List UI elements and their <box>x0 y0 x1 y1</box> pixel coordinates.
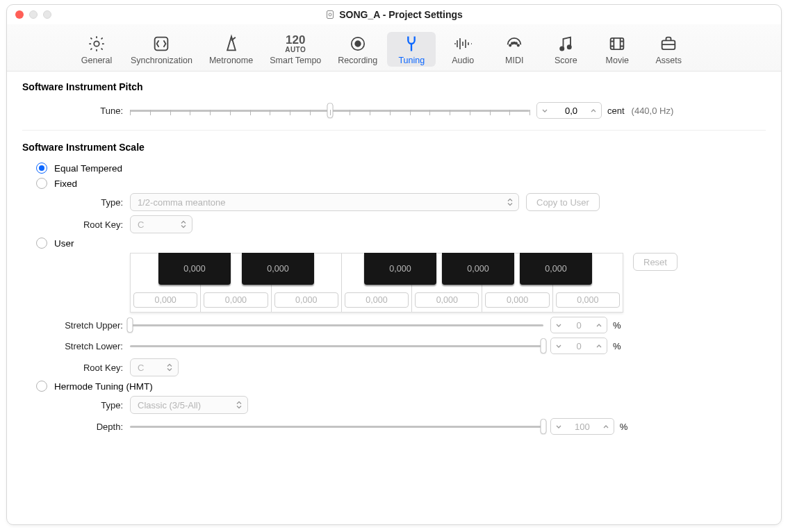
tab-score[interactable]: Score <box>541 32 590 67</box>
stretch-lower-stepper[interactable]: 0 <box>550 338 607 354</box>
stretch-upper-stepper[interactable]: 0 <box>550 317 607 333</box>
stretch-lower-slider[interactable] <box>130 338 543 354</box>
tab-tuning[interactable]: Tuning <box>387 32 436 67</box>
user-keyboard-row: 0,000 0,000 0,000 0,000 0,000 0,000 0,00… <box>22 253 766 313</box>
percent-label: % <box>613 320 621 331</box>
radio-icon <box>36 238 47 249</box>
radio-icon <box>36 178 47 189</box>
fixed-option[interactable]: Fixed <box>36 178 766 189</box>
tab-smart-tempo[interactable]: 120 AUTO Smart Tempo <box>263 32 328 67</box>
tab-midi[interactable]: MIDI <box>490 32 539 67</box>
hmt-type-row: Type: Classic (3/5-All) <box>22 396 766 414</box>
content-area: Software Instrument Pitch Tune: 0,0 cent… <box>7 72 781 524</box>
white-key-value[interactable]: 0,000 <box>345 292 409 308</box>
type-label: Type: <box>22 197 130 208</box>
white-key-value[interactable]: 0,000 <box>415 292 479 308</box>
black-key[interactable]: 0,000 <box>242 253 314 285</box>
tab-audio[interactable]: Audio <box>438 32 487 67</box>
minimize-button[interactable] <box>29 10 38 19</box>
svg-point-10 <box>516 42 517 44</box>
gear-icon <box>87 33 106 54</box>
chevron-updown-icon <box>167 364 172 372</box>
black-key[interactable]: 0,000 <box>364 253 436 285</box>
depth-slider[interactable] <box>130 419 543 434</box>
zoom-button[interactable] <box>43 10 51 19</box>
tab-label: Movie <box>606 56 629 65</box>
chevron-down-icon[interactable] <box>551 425 566 429</box>
metronome-icon <box>222 33 241 54</box>
tab-synchronization[interactable]: Synchronization <box>124 32 199 67</box>
chevron-updown-icon <box>181 221 186 228</box>
chevron-updown-icon <box>236 401 242 409</box>
tab-label: Smart Tempo <box>270 56 321 65</box>
tune-reference: (440,0 Hz) <box>632 106 674 116</box>
fixed-root-key-select[interactable]: C <box>130 215 192 233</box>
tune-slider[interactable] <box>130 103 530 118</box>
black-key[interactable]: 0,000 <box>442 253 514 285</box>
tab-movie[interactable]: Movie <box>593 32 641 67</box>
percent-label: % <box>620 422 628 432</box>
depth-value: 100 <box>566 422 598 432</box>
midi-icon <box>504 33 524 54</box>
fixed-type-select[interactable]: 1/2-comma meantone <box>130 193 519 211</box>
radio-label: Fixed <box>54 178 77 189</box>
tune-unit: cent <box>607 106 625 116</box>
chevron-down-icon[interactable] <box>537 109 552 113</box>
tab-recording[interactable]: Recording <box>331 32 384 67</box>
stretch-upper-label: Stretch Upper: <box>22 320 130 331</box>
white-key-value[interactable]: 0,000 <box>485 292 549 308</box>
root-key-label: Root Key: <box>22 363 130 373</box>
tab-label: Recording <box>338 56 377 65</box>
radio-label: Equal Tempered <box>54 163 122 174</box>
waveform-icon <box>452 33 473 54</box>
tab-assets[interactable]: Assets <box>644 32 693 67</box>
chevron-up-icon[interactable] <box>591 344 607 348</box>
svg-rect-13 <box>611 38 624 49</box>
chevron-up-icon[interactable] <box>598 425 614 429</box>
chevron-up-icon[interactable] <box>591 324 607 327</box>
black-key-value: 0,000 <box>545 264 566 274</box>
stretch-upper-row: Stretch Upper: 0 % <box>22 317 766 333</box>
titlebar: SONG_A - Project Settings <box>7 5 781 24</box>
equal-tempered-option[interactable]: Equal Tempered <box>36 163 766 174</box>
tab-label: Assets <box>656 56 682 65</box>
tune-label: Tune: <box>22 106 130 116</box>
black-key[interactable]: 0,000 <box>520 253 592 285</box>
fixed-type-row: Type: 1/2-comma meantone Copy to User <box>22 193 766 211</box>
svg-point-1 <box>329 13 331 16</box>
white-key-value[interactable]: 0,000 <box>556 292 620 308</box>
white-key-value[interactable]: 0,000 <box>274 292 338 308</box>
tab-label: Metronome <box>209 56 253 65</box>
svg-point-6 <box>509 44 511 46</box>
tab-metronome[interactable]: Metronome <box>202 32 260 67</box>
tab-label: Score <box>555 56 577 65</box>
black-key-value: 0,000 <box>267 264 288 274</box>
svg-point-2 <box>94 41 99 46</box>
reset-button[interactable]: Reset <box>633 253 678 271</box>
scale-section-title: Software Instrument Scale <box>22 142 766 153</box>
radio-label: Hermode Tuning (HMT) <box>54 381 153 392</box>
black-key[interactable]: 0,000 <box>158 253 231 285</box>
hermode-option[interactable]: Hermode Tuning (HMT) <box>36 381 766 392</box>
radio-icon <box>36 381 47 392</box>
tab-general[interactable]: General <box>72 32 121 67</box>
copy-to-user-button[interactable]: Copy to User <box>526 193 600 211</box>
smart-tempo-icon: 120 AUTO <box>285 33 306 54</box>
user-option[interactable]: User <box>36 238 766 249</box>
chevron-down-icon[interactable] <box>551 324 566 327</box>
root-key-label: Root Key: <box>22 219 130 230</box>
hmt-type-select[interactable]: Classic (3/5-All) <box>130 396 248 414</box>
close-button[interactable] <box>15 10 24 19</box>
white-key-value[interactable]: 0,000 <box>204 292 268 308</box>
depth-stepper[interactable]: 100 <box>550 418 614 435</box>
stretch-lower-row: Stretch Lower: 0 % <box>22 338 766 354</box>
white-key-value[interactable]: 0,000 <box>133 292 197 308</box>
stretch-upper-slider[interactable] <box>130 317 543 333</box>
user-root-key-select[interactable]: C <box>130 358 179 376</box>
black-key-value: 0,000 <box>389 264 411 274</box>
chevron-up-icon[interactable] <box>586 109 601 113</box>
chevron-down-icon[interactable] <box>551 344 566 348</box>
tune-stepper[interactable]: 0,0 <box>536 102 602 119</box>
svg-point-5 <box>355 41 361 47</box>
tuning-keyboard[interactable]: 0,000 0,000 0,000 0,000 0,000 0,000 0,00… <box>130 253 623 313</box>
